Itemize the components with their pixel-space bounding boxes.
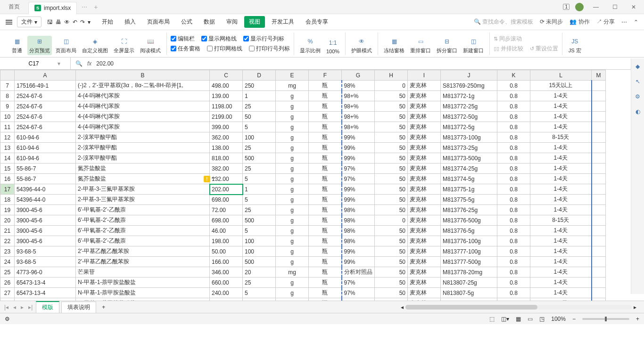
cell[interactable]: 2-甲基-3-三氟甲基苯胺 [76, 195, 210, 205]
cell[interactable]: g [276, 236, 309, 246]
cell[interactable]: 1 [243, 184, 276, 195]
cell[interactable]: 5 [243, 195, 276, 205]
undo-button[interactable]: ↶ [73, 19, 77, 25]
cell[interactable]: 98% [342, 215, 375, 226]
cell[interactable]: 麦克林 [408, 174, 441, 184]
col-header-E[interactable]: E [276, 70, 309, 81]
cell[interactable] [592, 246, 606, 257]
cell[interactable]: 25 [243, 101, 276, 112]
cell[interactable]: 瓶 [309, 226, 342, 236]
cell[interactable] [592, 215, 606, 226]
cell[interactable]: M813772-5g [441, 122, 497, 132]
cell[interactable] [592, 122, 606, 132]
cell[interactable]: 15天以上 [530, 81, 592, 91]
cell[interactable]: 瓶 [309, 298, 342, 301]
cell[interactable]: 4773-96-0 [15, 267, 76, 278]
cell[interactable]: M813777-100g [441, 246, 497, 257]
col-header-A[interactable]: A [15, 70, 76, 81]
cell[interactable]: 瓶 [309, 91, 342, 101]
row-header[interactable]: 19 [0, 205, 15, 215]
cell[interactable]: 50 [375, 101, 408, 112]
cell[interactable]: 50 [375, 174, 408, 184]
select-all[interactable] [0, 70, 15, 81]
cell[interactable]: 瓶 [309, 132, 342, 143]
notification-badge[interactable]: 1 [563, 4, 570, 10]
cell[interactable]: 498.00 [210, 81, 243, 91]
cell[interactable]: 5 [243, 226, 276, 236]
close-button[interactable]: ✕ [627, 0, 640, 14]
sheet-tab-other[interactable]: 填表说明 [61, 302, 96, 313]
col-header-C[interactable]: C [210, 70, 243, 81]
cell[interactable]: M813772-25g [441, 101, 497, 112]
cell[interactable]: 1-4天 [530, 184, 592, 195]
cell[interactable]: 50 [375, 236, 408, 246]
cell[interactable]: N813807-5g [441, 288, 497, 298]
cell[interactable]: 50 [375, 278, 408, 288]
cell[interactable]: 50 [375, 288, 408, 298]
cell[interactable]: M813774-25g [441, 163, 497, 174]
cell[interactable]: 0.8 [497, 153, 530, 163]
cell[interactable]: g [276, 195, 309, 205]
cell[interactable]: 0.8 [497, 132, 530, 143]
cell[interactable]: M813777-500g [441, 257, 497, 267]
zoom-in-button[interactable]: + [636, 316, 639, 322]
cell[interactable]: 0.8 [497, 184, 530, 195]
view-mode-0[interactable]: ▦普通 [8, 36, 25, 55]
cell[interactable]: g [276, 257, 309, 267]
cell[interactable]: M813778-20mg [441, 267, 497, 278]
table-row[interactable]: 2493-68-52'-甲基乙酰乙酰苯胺166.00500g瓶99%50麦克林M… [0, 257, 606, 267]
cell[interactable] [592, 153, 606, 163]
cell[interactable]: 698.00 [210, 215, 243, 226]
cell[interactable]: 瓶 [309, 163, 342, 174]
cell[interactable]: 65473-13-4 [15, 298, 76, 301]
cell[interactable]: 98% [342, 81, 375, 91]
cell[interactable]: 麦克林 [408, 153, 441, 163]
cell[interactable]: 1-4天 [530, 226, 592, 236]
formula-value[interactable]: 202.00 [96, 60, 114, 67]
cell[interactable]: 1 [243, 298, 276, 301]
table-row[interactable]: 254773-96-0芒果苷346.0020mg瓶分析对照品50麦克林M8137… [0, 267, 606, 278]
cell[interactable]: 175166-49-1 [15, 81, 76, 91]
cell[interactable]: 99% [342, 132, 375, 143]
cell[interactable]: 2-甲基-3-三氟甲基苯胺 [76, 184, 210, 195]
cell[interactable]: 97% [342, 163, 375, 174]
rowcol-checkbox[interactable]: 显示行号列标 [243, 35, 284, 43]
cell[interactable]: 98+% [342, 122, 375, 132]
cell[interactable]: 1198.00 [210, 101, 243, 112]
cell[interactable]: 99% [342, 184, 375, 195]
cell[interactable]: 瓶 [309, 246, 342, 257]
cell[interactable]: 麦克林 [408, 215, 441, 226]
cell[interactable]: 1-4天 [530, 195, 592, 205]
cell[interactable]: 芒果苷 [76, 267, 210, 278]
cell[interactable]: 5 [243, 122, 276, 132]
cell[interactable]: 瓶 [309, 267, 342, 278]
row-header[interactable]: 28 [0, 298, 15, 301]
cell[interactable]: 瓶 [309, 81, 342, 91]
cell[interactable]: g [276, 288, 309, 298]
table-row[interactable]: 213900-45-66'-甲氧基-2'-乙酰萘46.005g瓶98%50麦克林… [0, 226, 606, 236]
row-header[interactable]: 23 [0, 246, 15, 257]
user-avatar[interactable] [575, 3, 584, 11]
cell[interactable]: 46.00 [210, 226, 243, 236]
cell[interactable]: 3900-45-6 [15, 215, 76, 226]
cell[interactable]: 1-4天 [530, 174, 592, 184]
cell[interactable]: N813807-1g [441, 298, 497, 301]
cell[interactable]: 1-4天 [530, 122, 592, 132]
cell[interactable]: g [276, 153, 309, 163]
cell[interactable]: 麦克林 [408, 267, 441, 278]
cell[interactable]: 0.8 [497, 205, 530, 215]
cell[interactable]: 0.8 [497, 267, 530, 278]
cell[interactable]: 1-4天 [530, 278, 592, 288]
col-header-K[interactable]: K [497, 70, 530, 81]
cell[interactable]: 97% [342, 278, 375, 288]
cell[interactable]: M813775-1g [441, 184, 497, 195]
cell-reference-input[interactable] [10, 60, 58, 67]
cell[interactable]: 3900-45-6 [15, 236, 76, 246]
table-row[interactable]: 92524-67-64-(4-吗啉代)苯胺1198.0025g瓶98+%50麦克… [0, 101, 606, 112]
cell[interactable]: 麦克林 [408, 112, 441, 122]
cell[interactable]: g [276, 246, 309, 257]
row-header[interactable]: 8 [0, 91, 15, 101]
col-header-M[interactable]: M [592, 70, 606, 81]
cell[interactable]: 50 [375, 267, 408, 278]
cell[interactable]: 2'-甲基乙酰乙酰苯胺 [76, 246, 210, 257]
